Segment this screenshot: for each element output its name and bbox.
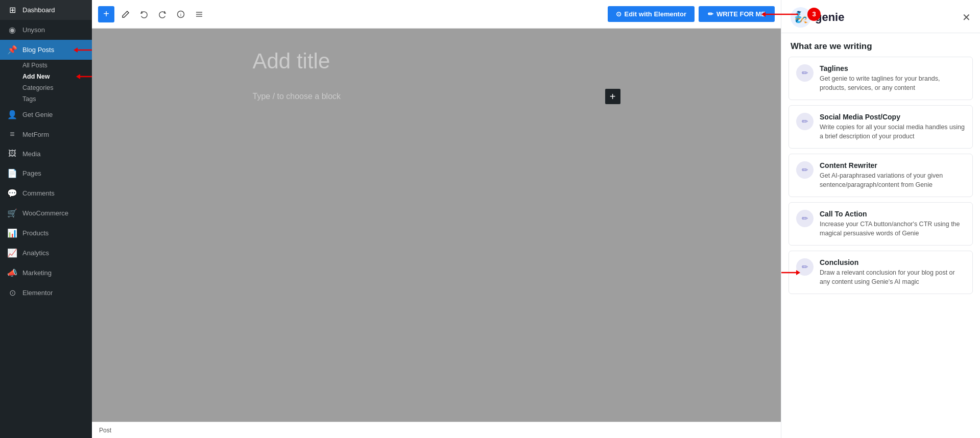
sidebar-item-comments[interactable]: 💬 Comments (0, 183, 92, 203)
woocommerce-icon: 🛒 (7, 208, 17, 218)
social-media-icon: ✏ (796, 113, 814, 130)
genie-items-list: ✏ Taglines Get genie to write taglines f… (781, 57, 980, 438)
genie-subtitle: What are we writing (781, 33, 980, 57)
elementor-icon: ⊙ (7, 288, 17, 298)
taglines-title: Taglines (820, 64, 965, 72)
sidebar-item-dashboard[interactable]: ⊞ Dashboard (0, 0, 92, 20)
status-bar: Post (92, 422, 781, 438)
edit-with-elementor-button[interactable]: ⊙ Edit with Elementor (608, 6, 695, 22)
menu-button[interactable] (192, 8, 206, 20)
sidebar-item-label: Comments (22, 189, 55, 197)
call-to-action-desc: Increase your CTA button/anchor's CTR us… (820, 220, 965, 238)
dashboard-icon: ⊞ (7, 5, 17, 15)
info-button[interactable]: i (174, 8, 188, 20)
sidebar-item-label: Marketing (22, 269, 52, 277)
genie-item-conclusion[interactable]: ✏ Conclusion Draw a relevant conclusion … (788, 251, 973, 294)
svg-text:i: i (180, 12, 181, 17)
write-for-me-label: WRITE FOR ME (716, 10, 766, 18)
call-to-action-icon: ✏ (796, 210, 814, 227)
sidebar-item-label: Blog Posts (22, 46, 54, 54)
marketing-icon: 📣 (7, 268, 17, 278)
sidebar-item-media[interactable]: 🖼 Media (0, 144, 92, 163)
taglines-icon: ✏ (796, 64, 814, 82)
genie-logo-icon: 🧞 (791, 7, 811, 28)
genie-panel: 🧞 genie ✕ What are we writing ✏ Taglines… (781, 0, 980, 438)
conclusion-content: Conclusion Draw a relevant conclusion fo… (820, 258, 965, 286)
blog-posts-icon: 📌 (7, 45, 17, 55)
sidebar-item-products[interactable]: 📊 Products (0, 223, 92, 243)
conclusion-desc: Draw a relevant conclusion for your blog… (820, 269, 965, 286)
products-icon: 📊 (7, 228, 17, 238)
add-block-button[interactable]: + (98, 6, 114, 22)
social-media-desc: Write copies for all your social media h… (820, 123, 965, 141)
pages-icon: 📄 (7, 168, 17, 178)
sidebar-item-pages[interactable]: 📄 Pages (0, 163, 92, 183)
sidebar-item-unyson[interactable]: ◉ Unyson (0, 20, 92, 40)
block-placeholder-area: Type / to choose a block + (253, 89, 620, 104)
unyson-icon: ◉ (7, 25, 17, 35)
sidebar-sub-all-posts[interactable]: All Posts (0, 60, 92, 71)
content-rewriter-content: Content Rewriter Get AI-paraphrased vari… (820, 161, 965, 189)
content-rewriter-title: Content Rewriter (820, 161, 965, 169)
genie-item-call-to-action[interactable]: ✏ Call To Action Increase your CTA butto… (788, 202, 973, 246)
get-genie-icon: 👤 (7, 110, 17, 119)
write-for-me-button[interactable]: ✏ WRITE FOR ME (699, 6, 775, 22)
sidebar-item-blog-posts[interactable]: 📌 Blog Posts 1. (0, 40, 92, 60)
pencil-icon-button[interactable] (118, 8, 133, 20)
main-area: + i (92, 0, 781, 438)
conclusion-icon: ✏ (796, 258, 814, 276)
sidebar-sub-tags[interactable]: Tags (0, 93, 92, 105)
editor-area[interactable]: Add title Type / to choose a block + (92, 29, 781, 422)
block-placeholder-text[interactable]: Type / to choose a block (253, 92, 341, 101)
call-to-action-content: Call To Action Increase your CTA button/… (820, 210, 965, 238)
toolbar: + i (92, 0, 781, 29)
media-icon: 🖼 (7, 149, 17, 158)
sidebar-item-woocommerce[interactable]: 🛒 WooCommerce (0, 203, 92, 223)
sidebar: ⊞ Dashboard ◉ Unyson 📌 Blog Posts 1. All… (0, 0, 92, 438)
genie-close-button[interactable]: ✕ (962, 11, 971, 23)
sidebar-item-label: Unyson (22, 26, 45, 34)
metform-icon: ≡ (7, 130, 17, 139)
undo-button[interactable] (137, 8, 151, 20)
title-placeholder[interactable]: Add title (253, 49, 620, 74)
genie-logo-text: genie (815, 11, 844, 24)
svg-marker-3 (76, 74, 80, 79)
sidebar-sub-add-new[interactable]: Add New 2. (0, 71, 92, 82)
edit-elementor-label: Edit with Elementor (625, 10, 686, 18)
comments-icon: 💬 (7, 188, 17, 198)
redo-icon (158, 10, 166, 18)
add-block-inline-button[interactable]: + (605, 89, 620, 104)
editor-canvas: Add title Type / to choose a block + (92, 29, 781, 422)
sidebar-item-elementor[interactable]: ⊙ Elementor (0, 283, 92, 303)
sidebar-item-label: Analytics (22, 249, 49, 257)
sidebar-item-label: Products (22, 229, 49, 237)
social-media-content: Social Media Post/Copy Write copies for … (820, 113, 965, 141)
sidebar-item-label: Dashboard (22, 6, 55, 14)
sidebar-item-analytics[interactable]: 📈 Analytics (0, 243, 92, 263)
status-label: Post (99, 427, 111, 434)
elementor-btn-icon: ⊙ (616, 10, 622, 18)
taglines-desc: Get genie to write taglines for your bra… (820, 75, 965, 92)
genie-header: 🧞 genie ✕ (781, 0, 980, 33)
pencil-icon (122, 10, 130, 18)
genie-item-social-media[interactable]: ✏ Social Media Post/Copy Write copies fo… (788, 105, 973, 149)
conclusion-title: Conclusion (820, 258, 965, 266)
sidebar-item-marketing[interactable]: 📣 Marketing (0, 263, 92, 283)
menu-icon (195, 10, 203, 18)
content-rewriter-desc: Get AI-paraphrased variations of your gi… (820, 172, 965, 189)
undo-icon (140, 10, 148, 18)
sidebar-sub-categories[interactable]: Categories (0, 82, 92, 93)
genie-item-content-rewriter[interactable]: ✏ Content Rewriter Get AI-paraphrased va… (788, 154, 973, 197)
redo-button[interactable] (155, 8, 170, 20)
sidebar-item-label: Get Genie (22, 111, 53, 118)
sidebar-item-label: MetForm (22, 131, 49, 138)
sidebar-item-get-genie[interactable]: 👤 Get Genie (0, 105, 92, 125)
social-media-title: Social Media Post/Copy (820, 113, 965, 121)
sidebar-item-label: Pages (22, 169, 41, 177)
write-icon: ✏ (708, 10, 713, 18)
content-rewriter-icon: ✏ (796, 161, 814, 179)
info-icon: i (177, 10, 185, 18)
call-to-action-title: Call To Action (820, 210, 965, 218)
genie-item-taglines[interactable]: ✏ Taglines Get genie to write taglines f… (788, 57, 973, 100)
sidebar-item-metform[interactable]: ≡ MetForm (0, 125, 92, 144)
